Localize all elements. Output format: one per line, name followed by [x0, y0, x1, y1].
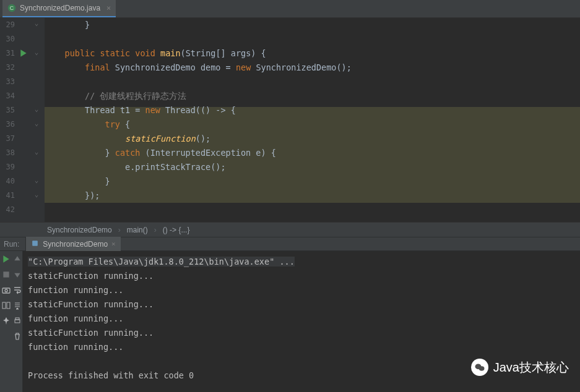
svg-rect-9 [15, 318, 19, 320]
layout-icon[interactable] [2, 301, 11, 310]
breadcrumb-item[interactable]: SynchronizedDemo [47, 226, 112, 234]
editor-tabbar: C SynchronizedDemo.java × [0, 0, 580, 18]
code-content[interactable]: } public static void main(String[] args)… [45, 18, 580, 222]
close-run-tab-icon[interactable]: × [111, 240, 116, 248]
run-config-name: SynchronizedDemo [43, 240, 108, 249]
fold-end-icon[interactable]: ⌄ [33, 191, 40, 198]
scroll-to-end-icon[interactable] [13, 301, 22, 310]
run-line-icon[interactable] [19, 49, 28, 58]
svg-rect-7 [7, 302, 10, 309]
watermark: Java技术核心 [471, 359, 569, 376]
soft-wrap-icon[interactable] [13, 286, 22, 294]
pin-icon[interactable] [2, 317, 11, 325]
fold-start-icon[interactable]: ⌄ [33, 120, 40, 127]
camera-icon[interactable] [2, 286, 11, 294]
run-toolwindow-header: Run: SynchronizedDemo × [0, 237, 580, 251]
svg-point-11 [479, 366, 485, 371]
line-number-gutter: 29 30 31 32 33 34 35 36 37 38 39 40 41 4… [0, 18, 17, 222]
svg-rect-3 [3, 271, 9, 277]
trash-icon[interactable] [13, 332, 22, 341]
watermark-text: Java技术核心 [493, 359, 569, 376]
fold-start-icon[interactable]: ⌄ [33, 106, 40, 113]
breadcrumb-item[interactable]: main() [127, 226, 148, 234]
run-label: Run: [0, 237, 26, 250]
run-config-icon [31, 239, 39, 249]
code-editor[interactable]: 29 30 31 32 33 34 35 36 37 38 39 40 41 4… [0, 18, 580, 222]
svg-rect-6 [2, 302, 6, 309]
close-tab-icon[interactable]: × [106, 4, 111, 12]
gutter-run-column [17, 18, 31, 222]
down-icon[interactable] [13, 270, 22, 279]
tab-filename: SynchronizedDemo.java [20, 4, 100, 12]
fold-gutter: ⌄ ⌄ ⌄ ⌄ ⌄ ⌄ ⌄ [31, 18, 45, 222]
breadcrumbs: SynchronizedDemo › main() › () -> {...} [0, 222, 580, 237]
run-toolbar-left2 [12, 251, 23, 392]
svg-rect-2 [33, 241, 38, 246]
fold-end-icon[interactable]: ⌄ [33, 20, 40, 27]
run-toolbar-left [0, 251, 12, 392]
chevron-right-icon: › [118, 226, 121, 234]
breadcrumb-item[interactable]: () -> {...} [163, 226, 190, 234]
file-tab[interactable]: C SynchronizedDemo.java × [2, 0, 116, 17]
print-icon[interactable] [13, 317, 22, 325]
run-config-tab[interactable]: SynchronizedDemo × [26, 237, 120, 251]
java-class-icon: C [7, 4, 16, 12]
rerun-icon[interactable] [2, 255, 11, 263]
svg-text:C: C [10, 5, 14, 11]
fold-end-icon[interactable]: ⌄ [33, 177, 40, 184]
chevron-right-icon: › [154, 226, 157, 234]
fold-start-icon[interactable]: ⌄ [33, 49, 40, 56]
svg-point-5 [5, 289, 7, 292]
svg-rect-8 [15, 320, 20, 323]
wechat-icon [471, 359, 488, 376]
up-icon[interactable] [13, 255, 22, 263]
fold-end-icon[interactable]: ⌄ [33, 148, 40, 156]
svg-rect-4 [2, 288, 10, 293]
stop-icon[interactable] [2, 270, 11, 279]
